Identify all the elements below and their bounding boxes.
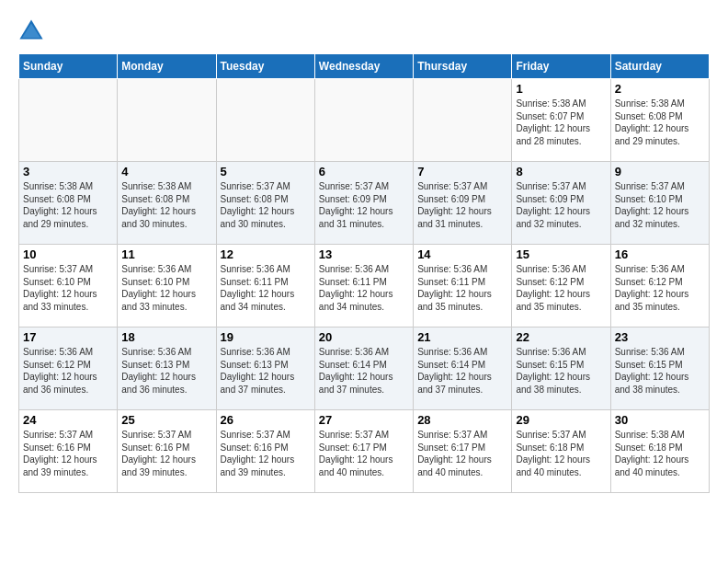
day-info: Sunrise: 5:37 AM Sunset: 6:16 PM Dayligh… xyxy=(23,429,113,478)
day-info: Sunrise: 5:36 AM Sunset: 6:12 PM Dayligh… xyxy=(23,346,113,396)
day-number: 14 xyxy=(417,247,507,261)
day-number: 19 xyxy=(221,330,311,344)
calendar-cell: 3Sunrise: 5:38 AM Sunset: 6:08 PM Daylig… xyxy=(19,162,118,245)
day-info: Sunrise: 5:37 AM Sunset: 6:10 PM Dayligh… xyxy=(615,180,705,230)
calendar-cell: 20Sunrise: 5:36 AM Sunset: 6:14 PM Dayli… xyxy=(314,327,413,410)
day-info: Sunrise: 5:37 AM Sunset: 6:17 PM Dayligh… xyxy=(319,429,409,478)
day-info: Sunrise: 5:37 AM Sunset: 6:16 PM Dayligh… xyxy=(121,429,211,478)
day-number: 22 xyxy=(516,330,606,344)
day-number: 16 xyxy=(615,247,705,261)
calendar-week-2: 3Sunrise: 5:38 AM Sunset: 6:08 PM Daylig… xyxy=(19,162,710,245)
day-info: Sunrise: 5:38 AM Sunset: 6:08 PM Dayligh… xyxy=(121,180,211,230)
calendar-cell: 29Sunrise: 5:37 AM Sunset: 6:18 PM Dayli… xyxy=(512,410,610,493)
calendar-cell: 17Sunrise: 5:36 AM Sunset: 6:12 PM Dayli… xyxy=(19,327,118,410)
day-info: Sunrise: 5:36 AM Sunset: 6:14 PM Dayligh… xyxy=(319,346,409,396)
calendar-cell: 11Sunrise: 5:36 AM Sunset: 6:10 PM Dayli… xyxy=(118,245,216,327)
calendar-cell: 23Sunrise: 5:36 AM Sunset: 6:15 PM Dayli… xyxy=(610,327,709,410)
calendar-cell: 26Sunrise: 5:37 AM Sunset: 6:16 PM Dayli… xyxy=(216,410,314,493)
weekday-header-monday: Monday xyxy=(118,54,216,79)
day-info: Sunrise: 5:38 AM Sunset: 6:08 PM Dayligh… xyxy=(615,98,705,147)
logo xyxy=(18,18,48,44)
day-number: 23 xyxy=(615,330,705,344)
day-number: 17 xyxy=(23,330,113,344)
day-number: 12 xyxy=(221,247,311,261)
weekday-header-saturday: Saturday xyxy=(610,54,709,79)
day-info: Sunrise: 5:36 AM Sunset: 6:11 PM Dayligh… xyxy=(417,263,507,313)
weekday-header-sunday: Sunday xyxy=(19,54,118,79)
calendar-cell xyxy=(314,79,413,162)
calendar-cell: 15Sunrise: 5:36 AM Sunset: 6:12 PM Dayli… xyxy=(512,245,610,327)
day-info: Sunrise: 5:37 AM Sunset: 6:18 PM Dayligh… xyxy=(516,429,606,478)
day-info: Sunrise: 5:36 AM Sunset: 6:11 PM Dayligh… xyxy=(319,263,409,313)
day-info: Sunrise: 5:37 AM Sunset: 6:08 PM Dayligh… xyxy=(221,180,311,230)
day-number: 1 xyxy=(516,82,606,96)
calendar-cell: 12Sunrise: 5:36 AM Sunset: 6:11 PM Dayli… xyxy=(216,245,314,327)
calendar-table: SundayMondayTuesdayWednesdayThursdayFrid… xyxy=(18,53,710,493)
calendar-cell: 5Sunrise: 5:37 AM Sunset: 6:08 PM Daylig… xyxy=(216,162,314,245)
day-number: 20 xyxy=(319,330,409,344)
weekday-header-thursday: Thursday xyxy=(414,54,512,79)
day-info: Sunrise: 5:37 AM Sunset: 6:10 PM Dayligh… xyxy=(23,263,113,313)
day-info: Sunrise: 5:37 AM Sunset: 6:09 PM Dayligh… xyxy=(417,180,507,230)
day-info: Sunrise: 5:38 AM Sunset: 6:08 PM Dayligh… xyxy=(23,180,113,230)
calendar-cell: 22Sunrise: 5:36 AM Sunset: 6:15 PM Dayli… xyxy=(512,327,610,410)
day-info: Sunrise: 5:38 AM Sunset: 6:18 PM Dayligh… xyxy=(615,429,705,478)
calendar-cell xyxy=(216,79,314,162)
day-info: Sunrise: 5:36 AM Sunset: 6:14 PM Dayligh… xyxy=(417,346,507,396)
day-number: 29 xyxy=(516,413,606,427)
day-info: Sunrise: 5:38 AM Sunset: 6:07 PM Dayligh… xyxy=(516,98,606,147)
calendar-cell: 19Sunrise: 5:36 AM Sunset: 6:13 PM Dayli… xyxy=(216,327,314,410)
calendar-cell: 13Sunrise: 5:36 AM Sunset: 6:11 PM Dayli… xyxy=(314,245,413,327)
day-number: 9 xyxy=(615,165,705,178)
calendar-cell: 25Sunrise: 5:37 AM Sunset: 6:16 PM Dayli… xyxy=(118,410,216,493)
page-header xyxy=(18,18,710,44)
day-number: 10 xyxy=(23,247,113,261)
weekday-header-wednesday: Wednesday xyxy=(314,54,413,79)
day-info: Sunrise: 5:36 AM Sunset: 6:10 PM Dayligh… xyxy=(121,263,211,313)
day-number: 18 xyxy=(121,330,211,344)
day-info: Sunrise: 5:36 AM Sunset: 6:13 PM Dayligh… xyxy=(121,346,211,396)
day-number: 25 xyxy=(121,413,211,427)
day-info: Sunrise: 5:36 AM Sunset: 6:13 PM Dayligh… xyxy=(221,346,311,396)
weekday-header-row: SundayMondayTuesdayWednesdayThursdayFrid… xyxy=(19,54,710,79)
calendar-cell: 18Sunrise: 5:36 AM Sunset: 6:13 PM Dayli… xyxy=(118,327,216,410)
day-number: 15 xyxy=(516,247,606,261)
calendar-cell: 10Sunrise: 5:37 AM Sunset: 6:10 PM Dayli… xyxy=(19,245,118,327)
day-number: 6 xyxy=(319,165,409,178)
calendar-cell: 4Sunrise: 5:38 AM Sunset: 6:08 PM Daylig… xyxy=(118,162,216,245)
calendar-week-4: 17Sunrise: 5:36 AM Sunset: 6:12 PM Dayli… xyxy=(19,327,710,410)
day-info: Sunrise: 5:37 AM Sunset: 6:17 PM Dayligh… xyxy=(417,429,507,478)
day-number: 7 xyxy=(417,165,507,178)
calendar-cell: 14Sunrise: 5:36 AM Sunset: 6:11 PM Dayli… xyxy=(414,245,512,327)
calendar-cell: 24Sunrise: 5:37 AM Sunset: 6:16 PM Dayli… xyxy=(19,410,118,493)
day-number: 5 xyxy=(221,165,311,178)
calendar-cell: 1Sunrise: 5:38 AM Sunset: 6:07 PM Daylig… xyxy=(512,79,610,162)
day-number: 24 xyxy=(23,413,113,427)
calendar-body: 1Sunrise: 5:38 AM Sunset: 6:07 PM Daylig… xyxy=(19,79,710,493)
calendar-cell: 27Sunrise: 5:37 AM Sunset: 6:17 PM Dayli… xyxy=(314,410,413,493)
day-number: 21 xyxy=(417,330,507,344)
calendar-cell: 2Sunrise: 5:38 AM Sunset: 6:08 PM Daylig… xyxy=(610,79,709,162)
day-info: Sunrise: 5:37 AM Sunset: 6:09 PM Dayligh… xyxy=(516,180,606,230)
calendar-cell xyxy=(118,79,216,162)
day-info: Sunrise: 5:37 AM Sunset: 6:09 PM Dayligh… xyxy=(319,180,409,230)
calendar-cell: 7Sunrise: 5:37 AM Sunset: 6:09 PM Daylig… xyxy=(414,162,512,245)
day-number: 11 xyxy=(121,247,211,261)
calendar-cell: 8Sunrise: 5:37 AM Sunset: 6:09 PM Daylig… xyxy=(512,162,610,245)
day-info: Sunrise: 5:36 AM Sunset: 6:11 PM Dayligh… xyxy=(221,263,311,313)
calendar-cell: 28Sunrise: 5:37 AM Sunset: 6:17 PM Dayli… xyxy=(414,410,512,493)
day-number: 26 xyxy=(221,413,311,427)
day-number: 27 xyxy=(319,413,409,427)
day-number: 3 xyxy=(23,165,113,178)
calendar-cell: 21Sunrise: 5:36 AM Sunset: 6:14 PM Dayli… xyxy=(414,327,512,410)
weekday-header-tuesday: Tuesday xyxy=(216,54,314,79)
calendar-cell: 9Sunrise: 5:37 AM Sunset: 6:10 PM Daylig… xyxy=(610,162,709,245)
calendar-week-3: 10Sunrise: 5:37 AM Sunset: 6:10 PM Dayli… xyxy=(19,245,710,327)
day-number: 2 xyxy=(615,82,705,96)
day-info: Sunrise: 5:36 AM Sunset: 6:12 PM Dayligh… xyxy=(516,263,606,313)
calendar-week-5: 24Sunrise: 5:37 AM Sunset: 6:16 PM Dayli… xyxy=(19,410,710,493)
day-number: 30 xyxy=(615,413,705,427)
calendar-header: SundayMondayTuesdayWednesdayThursdayFrid… xyxy=(19,54,710,79)
day-number: 8 xyxy=(516,165,606,178)
day-info: Sunrise: 5:37 AM Sunset: 6:16 PM Dayligh… xyxy=(221,429,311,478)
